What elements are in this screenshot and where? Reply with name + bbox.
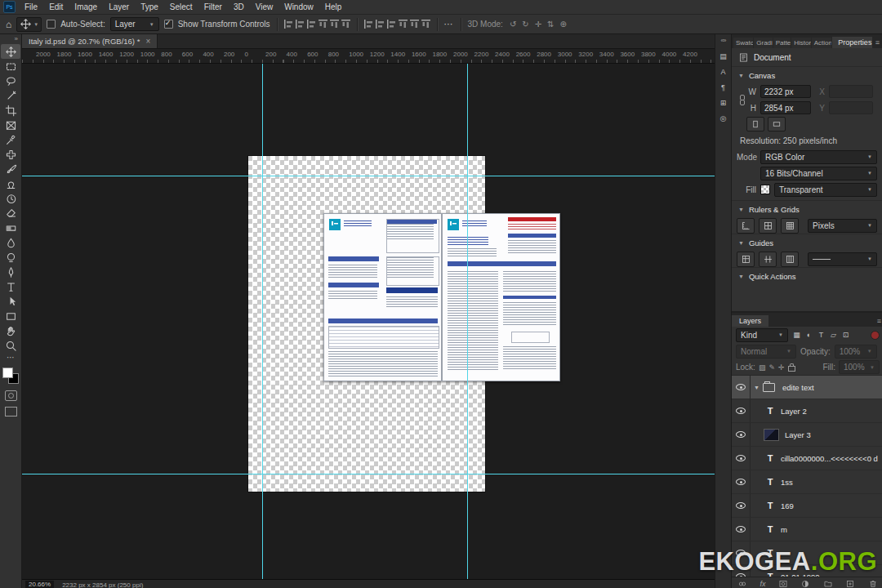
toggle-rulers-icon[interactable] [737,218,755,234]
horizontal-guide[interactable] [22,176,715,176]
clone-source-panel-icon[interactable]: ◎ [720,114,727,122]
filter-toggle-icon[interactable] [871,331,880,340]
quick-mask-icon[interactable] [5,390,17,401]
lock-all-icon[interactable] [788,366,795,372]
distribute-left-icon[interactable] [364,20,373,29]
auto-select-checkbox[interactable] [47,20,56,29]
eyedropper-tool[interactable] [1,132,20,147]
brush-tool[interactable] [1,162,20,176]
lasso-tool[interactable] [1,74,20,88]
ruler-units-dropdown[interactable]: Pixels▼ [808,219,877,233]
width-field[interactable]: 2232 px [760,85,811,98]
pen-tool[interactable] [1,265,20,279]
path-selection-tool[interactable] [1,294,20,309]
menu-image[interactable]: Image [69,2,103,11]
object-selection-tool[interactable] [1,88,20,103]
panel-menu-icon[interactable]: ≡ [873,38,882,48]
canvas-viewport[interactable] [22,64,715,579]
glyphs-panel-icon[interactable]: ⊞ [720,99,727,107]
move-tool[interactable] [1,44,20,59]
color-mode-dropdown[interactable]: RGB Color▼ [760,150,877,164]
expand-panels-icon[interactable]: «» [721,37,726,45]
close-tab-icon[interactable]: × [145,37,150,46]
menu-layer[interactable]: Layer [103,2,135,11]
height-field[interactable]: 2854 px [760,101,811,114]
current-tool-button[interactable]: ▼ [16,17,42,32]
link-layers-icon[interactable] [737,579,747,588]
toggle-grid-icon[interactable] [759,218,777,234]
align-right-icon[interactable] [307,20,316,29]
filter-adjustment-layers-icon[interactable]: ◐ [804,331,814,339]
lock-position-icon[interactable]: ✛ [778,363,785,372]
layer-row[interactable]: Layer 3 [732,423,882,447]
add-layer-mask-icon[interactable] [778,579,788,588]
new-group-icon[interactable] [823,579,833,588]
color-swatches[interactable] [2,368,19,384]
eraser-tool[interactable] [1,206,20,220]
guides-section-header[interactable]: ▼ Guides [732,234,882,251]
more-options-icon[interactable]: ⋯ [444,19,454,29]
3d-rotate-camera-icon[interactable]: ↺ [508,20,518,29]
canvas-section-header[interactable]: ▼ Canvas [732,66,882,83]
dodge-tool[interactable] [1,250,20,265]
visibility-toggle[interactable] [732,447,751,470]
new-adjustment-layer-icon[interactable] [800,579,810,588]
crop-tool[interactable] [1,103,20,118]
3d-pan-camera-icon[interactable]: ✛ [533,20,543,29]
visibility-toggle[interactable] [732,470,751,493]
fill-opacity-dropdown[interactable]: 100%▼ [839,360,880,374]
panel-menu-icon[interactable]: ≡ [875,317,882,327]
type-tool[interactable] [1,279,20,294]
lock-image-pixels-icon[interactable]: ✎ [768,363,775,372]
landscape-orientation-button[interactable] [768,117,786,131]
visibility-toggle[interactable] [732,518,751,541]
tab-patte[interactable]: Patte [773,38,791,48]
new-layer-icon[interactable] [845,579,855,588]
filter-kind-dropdown[interactable]: Kind▼ [736,328,788,342]
guide-style-dropdown[interactable]: ▼ [808,252,877,266]
opacity-dropdown[interactable]: 100%▼ [835,345,877,359]
menu-view[interactable]: View [250,2,279,11]
canvas-fill-dropdown[interactable]: Transparent▼ [774,183,877,197]
screen-mode-icon[interactable] [5,407,17,416]
auto-select-target-dropdown[interactable]: Layer▼ [110,17,159,31]
menu-help[interactable]: Help [319,2,348,11]
snap-icon[interactable] [781,218,799,234]
menu-edit[interactable]: Edit [43,2,69,11]
document-tab[interactable]: Italy id.psd @ 20.7% (RGB/16) * × [22,34,158,48]
menu-3d[interactable]: 3D [228,2,250,11]
home-icon[interactable]: ⌂ [6,19,11,30]
distribute-bottom-icon[interactable] [421,20,430,29]
rectangular-marquee-tool[interactable] [1,59,20,74]
spot-healing-brush-tool[interactable] [1,147,20,162]
portrait-orientation-button[interactable] [746,117,764,131]
tab-action[interactable]: Action [812,38,832,48]
visibility-toggle[interactable] [732,494,751,517]
layer-effects-icon[interactable]: fx [760,580,765,588]
horizontal-ruler[interactable]: 2000180016001400120010008006004002000200… [22,49,715,64]
align-middle-vertical-icon[interactable] [330,20,339,29]
tab-swatc[interactable]: Swatc [733,38,753,48]
rectangle-tool[interactable] [1,309,20,323]
lock-guides-icon[interactable] [759,252,777,267]
layer-row[interactable]: TLayer 2 [732,399,882,423]
vertical-guide[interactable] [467,64,468,579]
filter-type-layers-icon[interactable]: T [816,331,826,339]
show-transform-checkbox[interactable] [164,20,173,29]
character-panel-icon[interactable]: A [720,68,725,76]
visibility-toggle[interactable] [732,376,751,399]
3d-zoom-camera-icon[interactable]: ⊕ [558,20,568,29]
3d-roll-camera-icon[interactable]: ↻ [520,20,530,29]
layer-row[interactable]: T169 [732,494,882,518]
horizontal-guide[interactable] [22,474,715,474]
gradient-tool[interactable] [1,220,20,235]
3d-slide-camera-icon[interactable]: ⇅ [546,20,555,29]
filter-pixel-layers-icon[interactable]: ▦ [791,331,802,339]
align-left-icon[interactable] [284,20,293,29]
menu-filter[interactable]: Filter [198,2,228,11]
menu-file[interactable]: File [19,2,43,11]
zoom-tool[interactable] [1,338,20,353]
visibility-toggle[interactable] [732,399,751,422]
menu-type[interactable]: Type [135,2,164,11]
rulers-grids-section-header[interactable]: ▼ Rulers & Grids [732,200,882,217]
